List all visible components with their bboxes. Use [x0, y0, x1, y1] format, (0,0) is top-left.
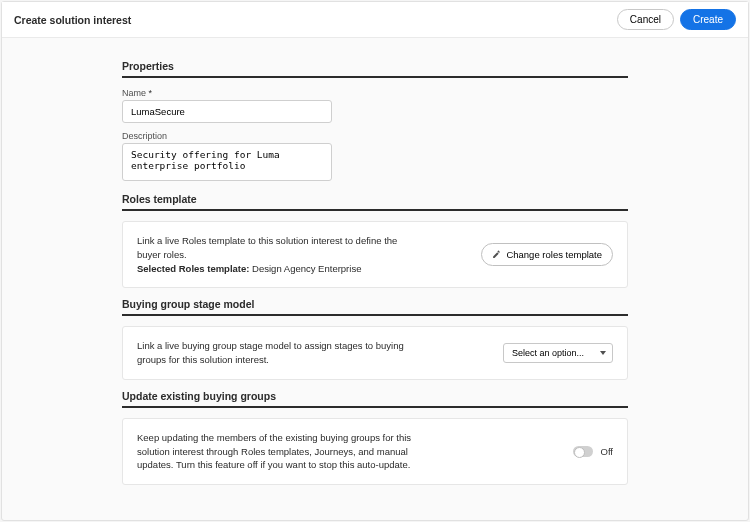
name-field: Name — [122, 88, 628, 123]
stage-model-select-wrap: Select an option... — [503, 343, 613, 363]
description-field: Description — [122, 131, 628, 183]
change-roles-template-label: Change roles template — [506, 249, 602, 260]
dialog-body: Properties Name Description Roles templa… — [2, 38, 748, 520]
stage-model-desc: Link a live buying group stage model to … — [137, 339, 417, 367]
name-label: Name — [122, 88, 628, 98]
dialog-title: Create solution interest — [14, 14, 131, 26]
dialog-header: Create solution interest Cancel Create — [2, 2, 748, 38]
roles-template-heading: Roles template — [122, 193, 628, 205]
header-actions: Cancel Create — [617, 9, 736, 30]
section-divider — [122, 209, 628, 211]
update-desc: Keep updating the members of the existin… — [137, 431, 417, 472]
create-solution-interest-dialog: Create solution interest Cancel Create P… — [1, 1, 749, 521]
cancel-button[interactable]: Cancel — [617, 9, 674, 30]
stage-model-select[interactable]: Select an option... — [503, 343, 613, 363]
auto-update-toggle-block: Off — [573, 446, 614, 457]
section-divider — [122, 406, 628, 408]
auto-update-toggle-label: Off — [601, 446, 614, 457]
roles-template-desc: Link a live Roles template to this solut… — [137, 235, 397, 260]
update-heading: Update existing buying groups — [122, 390, 628, 402]
pencil-icon — [492, 250, 501, 259]
properties-heading: Properties — [122, 60, 628, 72]
stage-model-card: Link a live buying group stage model to … — [122, 326, 628, 380]
name-input[interactable] — [122, 100, 332, 123]
auto-update-toggle[interactable] — [573, 446, 593, 457]
create-button[interactable]: Create — [680, 9, 736, 30]
selected-template-value: Design Agency Enterprise — [252, 263, 361, 274]
roles-template-card: Link a live Roles template to this solut… — [122, 221, 628, 288]
stage-model-heading: Buying group stage model — [122, 298, 628, 310]
section-divider — [122, 314, 628, 316]
section-divider — [122, 76, 628, 78]
description-input[interactable] — [122, 143, 332, 181]
roles-template-text: Link a live Roles template to this solut… — [137, 234, 417, 275]
change-roles-template-button[interactable]: Change roles template — [481, 243, 613, 266]
selected-template-label: Selected Roles template: — [137, 263, 249, 274]
description-label: Description — [122, 131, 628, 141]
update-card: Keep updating the members of the existin… — [122, 418, 628, 485]
